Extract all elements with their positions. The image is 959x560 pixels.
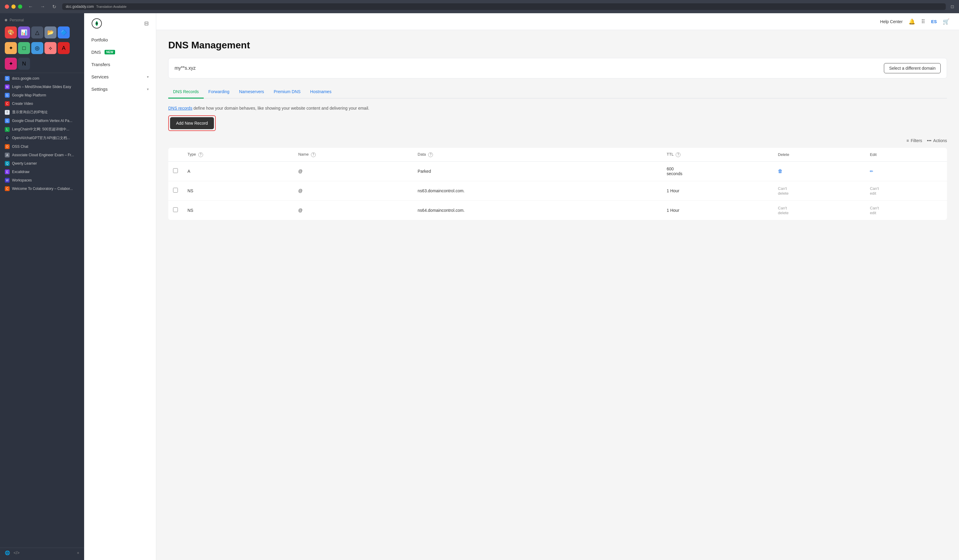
forward-button[interactable]: → [39,3,46,11]
th-delete: Delete [773,148,865,161]
table-body: A @ Parked 600seconds 🗑 ✏ [168,161,947,220]
browser-sidebar: Personal 🎨 📊 △ 📂 🔷 ✦ □ ◎ ⟡ A ✦ N D docs.… [0,13,84,560]
sidebar-code-button[interactable]: </> [14,550,19,555]
notification-button[interactable]: 🔔 [908,18,915,25]
add-new-record-button[interactable]: Add New Record [170,117,214,129]
cart-button[interactable]: 🛒 [943,18,949,25]
tab-hostnames[interactable]: Hostnames [305,86,336,99]
apps-grid-button[interactable]: ⠿ [921,18,925,25]
tab-favicon-6: G [5,118,10,123]
tab-label-9: OSS Chat [12,145,28,149]
tab-langchain[interactable]: L LangChain中文网: 500页超详细中... [0,125,84,134]
personal-label: Personal [10,18,24,22]
reload-button[interactable]: ↻ [51,3,57,11]
data-help-icon[interactable]: ? [428,152,433,157]
minimize-traffic-light[interactable] [11,5,16,9]
tab-favicon-5: I [5,110,10,115]
nav-item-services[interactable]: Services ▾ [84,71,156,83]
filters-button[interactable]: ≡ Filters [906,138,922,143]
table-header: Type ? Name ? Data ? TTL [168,148,947,161]
row2-checkbox[interactable] [173,188,178,192]
app-icon-7[interactable]: □ [18,42,30,54]
close-traffic-light[interactable] [5,5,9,9]
tab-ip[interactable]: I 显示查询自己的IP地址 [0,108,84,116]
row3-delete-cell: Can'tdelete [773,200,865,220]
select-domain-button[interactable]: Select a different domain [884,63,941,73]
svg-point-1 [96,22,98,24]
tab-mindshow[interactable]: M Login – MindShow,Make Slides Easy [0,83,84,91]
expand-traffic-light[interactable] [18,5,22,9]
tab-colaboratory[interactable]: C Welcome To Colaboratory – Colabor... [0,185,84,193]
window-expand-button[interactable]: ⊡ [951,4,954,9]
nav-item-dns[interactable]: DNS NEW [84,46,156,58]
settings-chevron-icon: ▾ [147,87,149,91]
app-icon-4[interactable]: 📂 [45,26,56,38]
tab-premium-dns[interactable]: Premium DNS [269,86,305,99]
app-icon-9[interactable]: ⟡ [45,42,56,54]
row2-type: NS [183,181,293,200]
tab-workspaces[interactable]: W Workspaces [0,176,84,185]
app-icon-5[interactable]: 🔷 [58,26,70,38]
nav-item-settings[interactable]: Settings ▾ [84,83,156,95]
page-title: DNS Management [168,40,947,51]
tab-google-map[interactable]: G Google Map Platform [0,91,84,99]
tab-qwerty[interactable]: Q Qwerty Learner [0,159,84,168]
tab-openai[interactable]: O OpenAI/chatGPT官方API接口文档... [0,134,84,142]
row1-ttl: 600seconds [662,161,773,181]
tab-label-2: Login – MindShow,Make Slides Easy [12,85,71,89]
app-icon-2[interactable]: 📊 [18,26,30,38]
ttl-help-icon[interactable]: ? [676,152,680,157]
tab-create-video[interactable]: C Create Video [0,99,84,108]
type-help-icon[interactable]: ? [198,152,203,157]
tab-docs-google[interactable]: D docs.google.com [0,74,84,83]
tab-excalidraw[interactable]: E Excalidraw [0,168,84,176]
tab-ace[interactable]: A Associate Cloud Engineer Exam – Fr... [0,151,84,159]
help-center-link[interactable]: Help Center [880,19,903,24]
row3-checkbox[interactable] [173,207,178,212]
personal-section: Personal [0,16,84,25]
actions-button[interactable]: ••• Actions [927,138,947,143]
add-record-section: Add New Record [168,115,947,131]
sidebar-toggle-button[interactable]: ⊟ [144,20,149,27]
nav-item-transfers[interactable]: Transfers [84,58,156,71]
th-ttl: TTL ? [662,148,773,161]
godaddy-logo-icon [91,18,102,29]
tab-favicon-10: A [5,153,10,158]
row1-edit-cell: ✏ [865,161,947,181]
tab-oss-chat[interactable]: O OSS Chat [0,142,84,151]
add-record-highlight: Add New Record [168,115,216,131]
tab-dns-records[interactable]: DNS Records [168,86,204,99]
row2-cant-edit: Can'tedit [870,186,879,196]
tab-favicon-4: C [5,101,10,106]
app-icon-8[interactable]: ◎ [31,42,43,54]
page-content: DNS Management my**s.xyz Select a differ… [156,30,959,229]
address-bar[interactable]: dcc.godaddy.com Translation Available [62,3,946,10]
dns-tabs: DNS Records Forwarding Nameservers Premi… [168,86,947,99]
app-icon-10[interactable]: A [58,42,70,54]
translation-label: Translation Available [96,5,126,8]
app-icon-3[interactable]: △ [31,26,43,38]
sidebar-add-button[interactable]: + [77,550,79,555]
tab-gcp-vertex[interactable]: G Google Cloud Platform Vertex AI Pa... [0,116,84,125]
nav-item-settings-left: Settings [91,86,108,92]
app-icon-12[interactable]: N [18,58,30,70]
row1-checkbox[interactable] [173,168,178,173]
row2-data: ns63.domaincontrol.com. [413,181,662,200]
app-icon-1[interactable]: 🎨 [5,26,17,38]
row1-delete-button[interactable]: 🗑 [778,169,783,174]
nav-item-portfolio[interactable]: Portfolio [84,33,156,46]
app-icon-6[interactable]: ✦ [5,42,17,54]
back-button[interactable]: ← [27,3,34,11]
name-help-icon[interactable]: ? [311,152,316,157]
tab-forwarding[interactable]: Forwarding [204,86,234,99]
tab-favicon-13: W [5,178,10,183]
tab-label-6: Google Cloud Platform Vertex AI Pa... [12,119,72,123]
language-button[interactable]: ES [931,19,937,24]
app-icons-row-1: 🎨 📊 △ 📂 🔷 [0,25,84,40]
tab-nameservers[interactable]: Nameservers [234,86,269,99]
app-icon-11[interactable]: ✦ [5,58,17,70]
dns-records-link[interactable]: DNS records [168,106,192,111]
row1-edit-button[interactable]: ✏ [870,169,873,173]
th-delete-label: Delete [778,152,789,157]
sidebar-globe-button[interactable]: 🌐 [5,550,10,555]
